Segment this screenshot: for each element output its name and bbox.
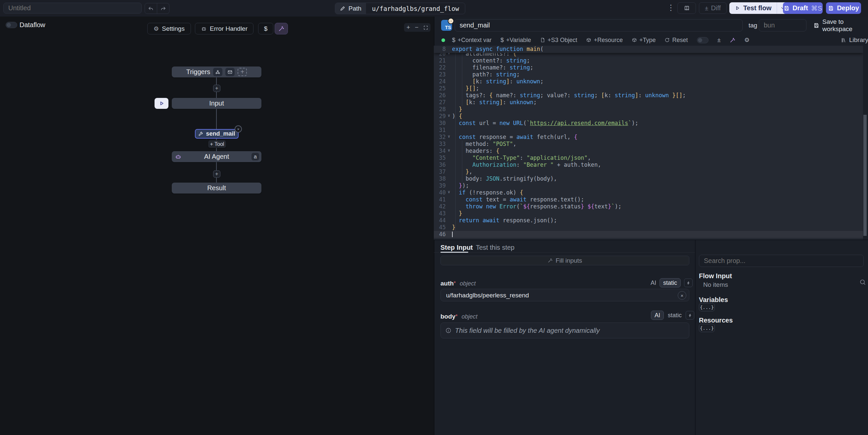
test-flow-button[interactable]: Test flow xyxy=(730,2,777,14)
dollar-icon: $ xyxy=(501,37,504,44)
tag-input[interactable] xyxy=(759,19,806,31)
code-line-23[interactable]: 23 path?: string; xyxy=(434,71,863,78)
body-mode-ai-button[interactable]: AI xyxy=(651,311,664,320)
code-line-26[interactable]: 26 tags?: { name?: string; value?: strin… xyxy=(434,92,863,99)
auth-expression-button[interactable] xyxy=(684,279,692,287)
code-line-31[interactable]: 31 xyxy=(434,127,863,134)
code-line-33[interactable]: 33 method: "POST", xyxy=(434,141,863,148)
redo-button[interactable] xyxy=(157,3,169,14)
add-type-button[interactable]: +Type xyxy=(632,37,656,44)
code-line-36[interactable]: 36 Authorization: "Bearer " + auth.token… xyxy=(434,161,863,168)
fill-inputs-button[interactable]: Fill inputs xyxy=(440,256,689,265)
code-line-34[interactable]: 34∨ headers: { xyxy=(434,148,863,154)
fold-chevron-icon[interactable]: ∨ xyxy=(448,189,450,195)
more-menu-button[interactable]: ⋮ xyxy=(667,3,675,12)
code-line-42[interactable]: 42 throw new Error(`${response.status} $… xyxy=(434,203,863,210)
add-context-var-button[interactable]: $+Context var xyxy=(452,37,492,44)
dollar-icon: $ xyxy=(452,37,455,44)
library-button[interactable]: Library xyxy=(841,36,868,44)
node-result[interactable]: Result xyxy=(172,183,261,193)
plus-minus-icon[interactable]: ± xyxy=(717,36,721,44)
docs-button[interactable] xyxy=(677,2,696,14)
webhook-trigger-icon[interactable] xyxy=(213,68,222,76)
body-mode-static-button[interactable]: static xyxy=(668,312,682,319)
code-line-38[interactable]: 38 body: JSON.stringify(body), xyxy=(434,175,863,182)
node-send-mail[interactable]: send_mail xyxy=(195,129,239,138)
flow-path-control[interactable]: Path u/farhadglbs/grand_flow xyxy=(335,3,465,14)
remove-tool-button[interactable]: × xyxy=(235,125,242,133)
auth-value-field[interactable]: × xyxy=(440,289,689,301)
library-icon xyxy=(841,37,846,43)
error-handler-button[interactable]: Error Handler xyxy=(195,23,253,34)
code-line-25[interactable]: 25 }[]; xyxy=(434,85,863,92)
settings-button[interactable]: ⚙ Settings xyxy=(147,23,191,34)
search-prop-input[interactable] xyxy=(699,255,864,267)
panel-divider[interactable] xyxy=(695,240,695,435)
editor-scrollbar[interactable] xyxy=(863,115,867,236)
fold-chevron-icon[interactable]: ∨ xyxy=(448,147,450,154)
node-input[interactable]: Input xyxy=(172,98,261,109)
code-line-22[interactable]: 22 filename?: string; xyxy=(434,64,863,71)
deploy-button[interactable]: Deploy xyxy=(826,2,861,14)
zoom-in-icon[interactable]: + xyxy=(406,24,410,31)
tab-test-this-step[interactable]: Test this step xyxy=(476,244,515,251)
auth-value-input[interactable] xyxy=(445,289,672,302)
add-resource-button[interactable]: +Resource xyxy=(586,37,623,44)
code-line-43[interactable]: 43 } xyxy=(434,210,863,217)
ai-assistant-button[interactable] xyxy=(275,23,288,34)
code-line-32[interactable]: 32∨ const response = await fetch(url, { xyxy=(434,134,863,141)
code-line-35[interactable]: 35 "Content-Type": "application/json", xyxy=(434,154,863,161)
code-line-30[interactable]: 30 const url = new URL(`https://api.rese… xyxy=(434,120,863,127)
step-name-input[interactable] xyxy=(455,19,743,31)
code-line-41[interactable]: 41 const text = await response.text(); xyxy=(434,196,863,203)
code-line-29[interactable]: 29∨) { xyxy=(434,113,863,120)
code-editor[interactable]: 20∨ attachments?: {21 content?: string;2… xyxy=(434,45,863,240)
body-expression-button[interactable] xyxy=(686,311,694,319)
reset-code-button[interactable]: Reset xyxy=(664,37,688,44)
fold-chevron-icon[interactable]: ∨ xyxy=(448,133,450,140)
add-tool-button[interactable]: + Tool xyxy=(208,140,226,148)
wand-icon[interactable] xyxy=(730,37,735,43)
undo-button[interactable] xyxy=(145,3,157,14)
insert-step-button-bottom[interactable]: + xyxy=(213,170,220,178)
code-line-24[interactable]: 24 [k: string]: unknown; xyxy=(434,78,863,85)
auth-mode-static-button[interactable]: static xyxy=(659,278,681,287)
add-s3-object-button[interactable]: +S3 Object xyxy=(540,37,578,44)
editor-toggle[interactable] xyxy=(697,37,709,43)
gear-icon[interactable]: ⚙ xyxy=(744,36,749,44)
code-line-21[interactable]: 21 content?: string; xyxy=(434,57,863,64)
flow-title-input[interactable] xyxy=(3,3,142,13)
code-line-8[interactable]: 8export async function main( xyxy=(434,45,863,53)
insert-step-button-top[interactable]: + xyxy=(213,85,220,92)
draft-button[interactable]: Draft ⌘S xyxy=(783,2,823,14)
fit-view-icon[interactable] xyxy=(423,25,428,30)
code-line-45[interactable]: 45} xyxy=(434,224,863,231)
dollar-icon: $ xyxy=(264,25,268,32)
clear-auth-button[interactable]: × xyxy=(678,291,686,300)
code-line-28[interactable]: 28 } xyxy=(434,106,863,113)
run-input-button[interactable] xyxy=(155,98,168,109)
zoom-out-icon[interactable]: − xyxy=(415,24,418,31)
save-to-workspace-button[interactable]: Save to workspace xyxy=(813,21,868,30)
auth-mode-ai-button[interactable]: AI xyxy=(651,280,656,286)
code-line-40[interactable]: 40∨ if (!response.ok) { xyxy=(434,189,863,196)
fold-chevron-icon[interactable]: ∨ xyxy=(448,112,450,119)
code-line-44[interactable]: 44 return await response.json(); xyxy=(434,217,863,224)
code-line-39[interactable]: 39 }); xyxy=(434,182,863,189)
add-trigger-button[interactable]: + xyxy=(238,68,247,76)
flow-canvas[interactable]: Dataflow ⚙ Settings Error Handler $ + − … xyxy=(0,17,434,435)
resources-object-chip[interactable]: {...} xyxy=(699,324,715,332)
code-line-37[interactable]: 37 }, xyxy=(434,168,863,175)
code-line-27[interactable]: 27 [k: string]: unknown; xyxy=(434,99,863,106)
email-trigger-icon[interactable] xyxy=(225,68,235,76)
code-line-46[interactable]: 46 xyxy=(434,231,863,238)
variables-object-chip[interactable]: {...} xyxy=(699,303,715,311)
node-ai-agent[interactable]: AI Agent a xyxy=(172,151,261,162)
tab-step-input[interactable]: Step Input xyxy=(440,244,473,251)
add-variable-button[interactable]: $+Variable xyxy=(501,37,531,44)
dataflow-toggle[interactable] xyxy=(6,22,17,28)
node-triggers[interactable]: Triggers + xyxy=(172,66,261,77)
search-icon[interactable] xyxy=(859,279,866,286)
variable-picker-button[interactable]: $ xyxy=(258,23,273,34)
diff-button[interactable]: ± Diff xyxy=(699,2,727,14)
